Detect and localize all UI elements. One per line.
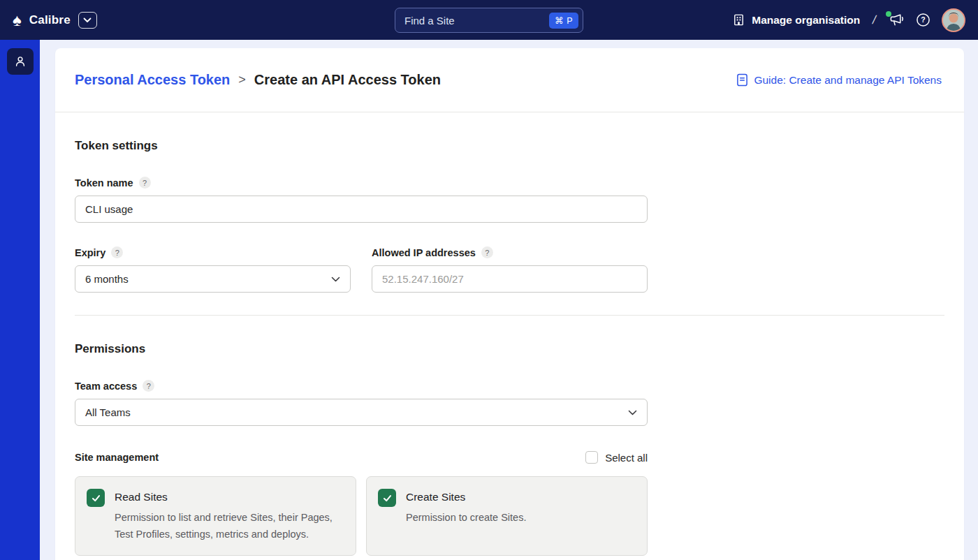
token-name-input[interactable] (75, 196, 648, 223)
content-card: Personal Access Token > Create an API Ac… (55, 48, 964, 560)
read-sites-checkbox[interactable] (87, 489, 105, 507)
team-access-label: Team access (75, 381, 137, 392)
chevron-down-icon (331, 277, 340, 282)
search-placeholder: Find a Site (404, 15, 549, 27)
team-access-select[interactable]: All Teams (75, 399, 648, 426)
select-all-label: Select all (605, 452, 648, 464)
site-management-label: Site management (75, 452, 159, 463)
allowed-ips-help-icon[interactable]: ? (481, 246, 493, 258)
svg-text:?: ? (921, 15, 925, 24)
manage-organisation-label: Manage organisation (752, 14, 860, 27)
org-switcher-button[interactable] (78, 12, 97, 29)
notification-dot (886, 11, 891, 17)
navbar-right-group: Manage organisation / ? (732, 8, 965, 32)
page-header: Personal Access Token > Create an API Ac… (55, 48, 964, 112)
calibre-spade-logo-icon: ♠ (13, 12, 22, 29)
allowed-ips-column: Allowed IP addresses ? (372, 223, 648, 293)
team-access-help-icon[interactable]: ? (143, 380, 154, 392)
permissions-section: Permissions Team access ? All Teams Site… (55, 316, 964, 556)
personal-account-nav-button[interactable] (7, 48, 34, 75)
token-settings-section: Token settings Token name ? Expiry ? 6 m… (55, 112, 964, 316)
expiry-help-icon[interactable]: ? (111, 246, 123, 258)
select-all-checkbox[interactable] (585, 451, 598, 464)
read-sites-title: Read Sites (115, 489, 344, 503)
top-navbar: ♠ Calibre Find a Site ⌘ P Manage organis… (0, 0, 978, 40)
permission-card-create-sites: Create Sites Permission to create Sites. (366, 476, 648, 556)
guide-link-label: Guide: Create and manage API Tokens (754, 74, 942, 87)
token-name-label-row: Token name ? (75, 177, 944, 189)
token-settings-heading: Token settings (75, 112, 944, 153)
announcements-button[interactable] (889, 13, 905, 27)
manage-organisation-button[interactable]: Manage organisation (732, 13, 860, 27)
person-icon (13, 54, 27, 68)
create-sites-checkbox[interactable] (378, 489, 396, 507)
building-icon (732, 13, 745, 27)
guide-link[interactable]: Guide: Create and manage API Tokens (736, 73, 942, 87)
keyboard-shortcut-badge: ⌘ P (549, 13, 578, 29)
find-site-search-input[interactable]: Find a Site ⌘ P (395, 8, 583, 33)
expiry-label: Expiry (75, 247, 105, 258)
read-sites-description: Permission to list and retrieve Sites, t… (115, 510, 344, 543)
expiry-select[interactable]: 6 months (75, 265, 351, 293)
breadcrumb: Personal Access Token > Create an API Ac… (75, 72, 441, 88)
breadcrumb-separator: > (238, 73, 246, 87)
permissions-heading: Permissions (75, 316, 944, 356)
chevron-down-icon (83, 17, 92, 23)
allowed-ips-label: Allowed IP addresses (372, 247, 476, 258)
expiry-ip-row: Expiry ? 6 months Allowed IP addresses ? (75, 223, 944, 293)
permission-cards: Read Sites Permission to list and retrie… (75, 476, 944, 556)
create-sites-title: Create Sites (406, 489, 526, 503)
checkmark-icon (382, 493, 393, 503)
user-avatar[interactable] (942, 8, 965, 32)
expiry-column: Expiry ? 6 months (75, 223, 351, 293)
allowed-ips-input[interactable] (372, 265, 648, 293)
nav-separator: / (871, 13, 877, 27)
question-circle-icon: ? (916, 13, 930, 27)
brand-group: ♠ Calibre (13, 12, 97, 29)
create-sites-description: Permission to create Sites. (406, 510, 526, 526)
select-all-control[interactable]: Select all (585, 451, 648, 464)
chevron-down-icon (628, 410, 637, 415)
help-button[interactable]: ? (916, 13, 930, 27)
team-access-selected-value: All Teams (85, 406, 131, 418)
left-sidebar (0, 40, 40, 560)
site-management-header-row: Site management Select all (75, 451, 648, 464)
read-sites-content: Read Sites Permission to list and retrie… (115, 489, 344, 543)
expiry-label-row: Expiry ? (75, 246, 351, 258)
checkmark-icon (91, 493, 101, 503)
brand-name: Calibre (29, 13, 71, 27)
document-icon (736, 73, 748, 87)
expiry-selected-value: 6 months (85, 273, 129, 285)
create-sites-content: Create Sites Permission to create Sites. (406, 489, 526, 543)
page-title: Create an API Access Token (254, 72, 441, 88)
token-name-label: Token name (75, 177, 133, 189)
permission-card-read-sites: Read Sites Permission to list and retrie… (75, 476, 356, 556)
allowed-ips-label-row: Allowed IP addresses ? (372, 246, 648, 258)
breadcrumb-parent-link[interactable]: Personal Access Token (75, 72, 230, 88)
main-area: Personal Access Token > Create an API Ac… (40, 40, 978, 560)
team-access-label-row: Team access ? (75, 380, 944, 392)
avatar-photo (943, 10, 964, 31)
token-name-help-icon[interactable]: ? (139, 177, 151, 189)
